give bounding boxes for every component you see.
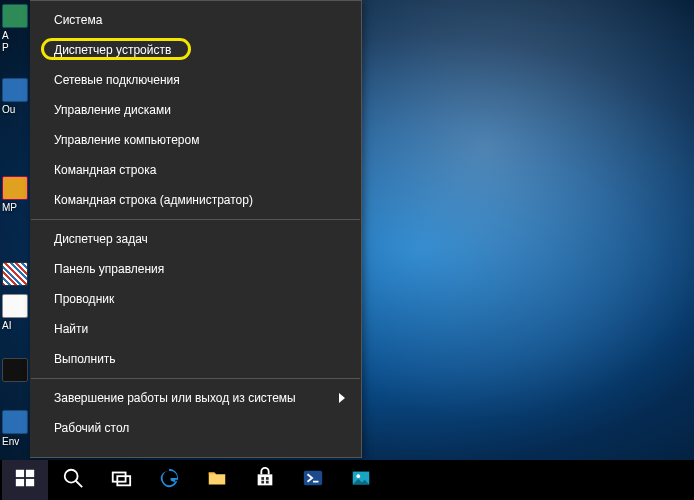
svg-point-4	[65, 470, 78, 483]
file-icon	[2, 410, 28, 434]
file-icon	[2, 358, 28, 382]
file-icon	[2, 262, 28, 286]
file-icon	[2, 176, 28, 200]
desktop-icon[interactable]: Env	[0, 410, 30, 448]
icon-label: МР	[0, 202, 30, 214]
file-icon	[2, 4, 28, 28]
edge-icon	[158, 467, 180, 493]
menu-item-explorer[interactable]: Проводник	[30, 284, 361, 314]
menu-item-desktop[interactable]: Рабочий стол	[30, 413, 361, 443]
desktop-icon[interactable]: МР	[0, 176, 30, 214]
menu-item-disk-management[interactable]: Управление дисками	[30, 95, 361, 125]
menu-item-command-prompt-admin[interactable]: Командная строка (администратор)	[30, 185, 361, 215]
svg-rect-12	[266, 481, 269, 484]
desktop-icon[interactable]: AI	[0, 294, 30, 332]
svg-rect-8	[258, 474, 273, 485]
svg-rect-1	[26, 470, 34, 477]
search-icon	[62, 467, 84, 493]
svg-rect-11	[261, 481, 264, 484]
menu-item-search[interactable]: Найти	[30, 314, 361, 344]
menu-item-shutdown-signout[interactable]: Завершение работы или выход из системы	[30, 383, 361, 413]
icon-label: AI	[0, 320, 30, 332]
menu-separator	[31, 219, 360, 220]
file-explorer-button[interactable]	[194, 460, 240, 500]
menu-item-computer-management[interactable]: Управление компьютером	[30, 125, 361, 155]
svg-line-5	[76, 481, 82, 487]
svg-rect-0	[16, 470, 24, 477]
winx-menu: Система Диспетчер устройств Сетевые подк…	[30, 0, 362, 458]
task-view-button[interactable]	[98, 460, 144, 500]
icon-label: Ou	[0, 104, 30, 116]
svg-rect-10	[266, 477, 269, 480]
search-button[interactable]	[50, 460, 96, 500]
icon-label: Env	[0, 436, 30, 448]
icon-label: A	[0, 30, 30, 42]
windows-icon	[14, 467, 36, 493]
desktop-icon[interactable]: A P	[0, 4, 30, 54]
menu-list: Система Диспетчер устройств Сетевые подк…	[30, 1, 361, 447]
svg-rect-3	[26, 479, 34, 486]
svg-rect-2	[16, 479, 24, 486]
powershell-icon	[302, 467, 324, 493]
photos-button[interactable]	[338, 460, 384, 500]
edge-button[interactable]	[146, 460, 192, 500]
menu-item-network-connections[interactable]: Сетевые подключения	[30, 65, 361, 95]
menu-item-device-manager[interactable]: Диспетчер устройств	[30, 35, 361, 65]
desktop-icon[interactable]	[0, 358, 30, 384]
folder-icon	[206, 467, 228, 493]
desktop-icon[interactable]: Ou	[0, 78, 30, 116]
taskbar	[0, 460, 694, 500]
svg-rect-9	[261, 477, 264, 480]
menu-item-system[interactable]: Система	[30, 5, 361, 35]
menu-item-task-manager[interactable]: Диспетчер задач	[30, 224, 361, 254]
menu-separator	[31, 378, 360, 379]
store-icon	[254, 467, 276, 493]
photos-icon	[350, 467, 372, 493]
desktop-icon-strip: A P Ou МР AI Env	[0, 0, 30, 460]
menu-item-command-prompt[interactable]: Командная строка	[30, 155, 361, 185]
menu-item-run[interactable]: Выполнить	[30, 344, 361, 374]
powershell-button[interactable]	[290, 460, 336, 500]
taskview-icon	[110, 467, 132, 493]
desktop-icon[interactable]	[0, 262, 30, 288]
store-button[interactable]	[242, 460, 288, 500]
svg-point-15	[356, 474, 360, 478]
menu-item-control-panel[interactable]: Панель управления	[30, 254, 361, 284]
icon-label: P	[0, 42, 30, 54]
file-icon	[2, 294, 28, 318]
start-button[interactable]	[2, 460, 48, 500]
file-icon	[2, 78, 28, 102]
